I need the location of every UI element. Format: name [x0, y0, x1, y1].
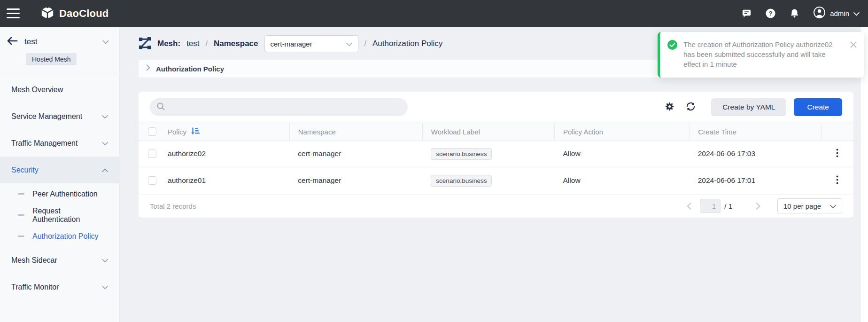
brand-name: DaoCloud	[59, 8, 108, 20]
svg-text:?: ?	[769, 10, 773, 17]
chevron-up-icon	[102, 166, 108, 174]
create-by-yaml-button[interactable]: Create by YAML	[711, 98, 786, 116]
create-button[interactable]: Create	[794, 98, 842, 116]
sidebar-mesh-name: test	[24, 37, 96, 47]
cell-namespace: cert-manager	[289, 141, 422, 167]
app-window: DaoCloud ?	[0, 0, 868, 322]
sidebar-nav: Mesh Overview Service Management Traffic…	[0, 76, 119, 300]
search-icon	[156, 102, 165, 113]
user-menu[interactable]: admin	[813, 6, 860, 21]
namespace-label: Namespace	[214, 39, 258, 48]
column-header-create-time: Create Time	[690, 123, 822, 141]
toolbar-actions: Create by YAML Create	[662, 98, 842, 116]
namespace-select[interactable]: cert-manager	[264, 35, 358, 52]
next-page-icon[interactable]	[754, 201, 762, 212]
sidebar-item-mesh-overview[interactable]: Mesh Overview	[0, 76, 119, 103]
cell-namespace: cert-manager	[289, 167, 422, 194]
breadcrumb-separator: /	[364, 39, 366, 48]
refresh-button[interactable]	[683, 99, 698, 115]
column-header-policy-action: Policy Action	[555, 123, 690, 141]
gear-icon	[664, 101, 675, 113]
chevron-right-icon	[146, 64, 150, 73]
user-name: admin	[830, 9, 849, 17]
hosted-mesh-badge: Hosted Mesh	[26, 53, 77, 65]
sidebar-item-authorization-policy[interactable]: Authorization Policy	[0, 226, 119, 247]
back-icon[interactable]	[7, 36, 18, 47]
prev-page-icon[interactable]	[685, 201, 693, 212]
sidebar-mesh-switcher[interactable]: test	[0, 36, 119, 47]
mesh-label: Mesh:	[157, 39, 180, 48]
page-number-input[interactable]	[700, 199, 721, 213]
mesh-value: test	[186, 39, 199, 48]
column-header-policy[interactable]: Policy	[159, 123, 289, 141]
success-toast: The creation of Authorization Policy aut…	[658, 32, 864, 78]
column-header-actions	[822, 123, 853, 141]
chevron-down-icon	[346, 40, 352, 48]
chevron-down-icon	[853, 9, 860, 18]
settings-gear-button[interactable]	[662, 99, 677, 115]
cell-policy-action: Allow	[555, 141, 690, 167]
policy-table-card: Create by YAML Create Policy	[139, 92, 853, 218]
dash-icon	[18, 236, 24, 237]
hamburger-menu-icon[interactable]	[7, 8, 20, 18]
row-checkbox[interactable]	[148, 149, 156, 158]
chevron-down-icon	[102, 256, 108, 265]
breadcrumb-separator: /	[206, 39, 208, 48]
row-checkbox[interactable]	[148, 176, 156, 185]
table-row: authorize02 cert-manager scenario:busine…	[139, 141, 853, 167]
policy-table: Policy	[139, 123, 853, 194]
chevron-down-icon	[102, 139, 108, 148]
topbar: DaoCloud ?	[0, 0, 868, 27]
chevron-down-icon	[102, 38, 109, 46]
sort-icon[interactable]	[191, 127, 200, 136]
page-size-value: 10 per page	[783, 202, 821, 210]
cell-policy: authorize01	[159, 167, 289, 194]
sidebar-item-request-authentication[interactable]: Request Authentication	[0, 204, 119, 226]
breadcrumb-page-title: Authorization Policy	[372, 39, 442, 48]
mesh-topology-icon	[139, 37, 151, 51]
dash-icon	[18, 214, 24, 216]
topbar-actions: ? admin	[741, 6, 860, 21]
chat-icon[interactable]	[741, 8, 752, 19]
chevron-down-icon	[830, 202, 836, 210]
sidebar-item-mesh-sidecar[interactable]: Mesh Sidecar	[0, 247, 119, 274]
search-box[interactable]	[150, 98, 408, 116]
search-input[interactable]	[169, 103, 401, 111]
success-check-icon	[667, 39, 678, 52]
namespace-select-value: cert-manager	[271, 40, 312, 48]
page-size-select[interactable]: 10 per page	[777, 198, 842, 213]
panel-title: Authorization Policy	[156, 65, 224, 73]
table-header-row: Policy	[139, 123, 853, 141]
refresh-icon	[685, 101, 696, 113]
workload-label-tag: scenario:business	[431, 175, 492, 187]
workload-label-tag: scenario:business	[431, 148, 492, 160]
chevron-down-icon	[102, 112, 108, 121]
avatar-icon	[813, 6, 826, 21]
pagination: / 1 10 per page	[685, 198, 842, 213]
column-header-workload-label: Workload Label	[422, 123, 554, 141]
row-actions-kebab-icon[interactable]	[833, 173, 841, 188]
sidebar-item-security[interactable]: Security	[0, 157, 119, 183]
total-records: Total 2 records	[150, 202, 196, 210]
sidebar-divider	[0, 74, 119, 74]
sidebar-item-traffic-management[interactable]: Traffic Management	[0, 130, 119, 157]
chevron-down-icon	[102, 283, 108, 291]
cell-policy-action: Allow	[555, 167, 690, 194]
cell-policy: authorize02	[159, 141, 289, 167]
sidebar-item-traffic-monitor[interactable]: Traffic Monitor	[0, 274, 119, 300]
cell-create-time: 2024-06-06 17:01	[690, 167, 822, 194]
dash-icon	[18, 193, 24, 195]
close-icon[interactable]	[849, 40, 858, 50]
sidebar-item-peer-authentication[interactable]: Peer Authentication	[0, 183, 119, 204]
help-icon[interactable]: ?	[765, 8, 776, 19]
table-footer: Total 2 records / 1 10 per page	[139, 194, 853, 218]
row-actions-kebab-icon[interactable]	[833, 146, 841, 162]
sidebar-item-service-management[interactable]: Service Management	[0, 103, 119, 130]
select-all-checkbox[interactable]	[148, 127, 156, 136]
page-total: / 1	[724, 202, 732, 210]
table-toolbar: Create by YAML Create	[139, 92, 853, 123]
bell-icon[interactable]	[789, 8, 800, 19]
daocloud-logo-icon	[40, 6, 54, 22]
table-row: authorize01 cert-manager scenario:busine…	[139, 167, 853, 194]
toast-message: The creation of Authorization Policy aut…	[683, 39, 844, 69]
